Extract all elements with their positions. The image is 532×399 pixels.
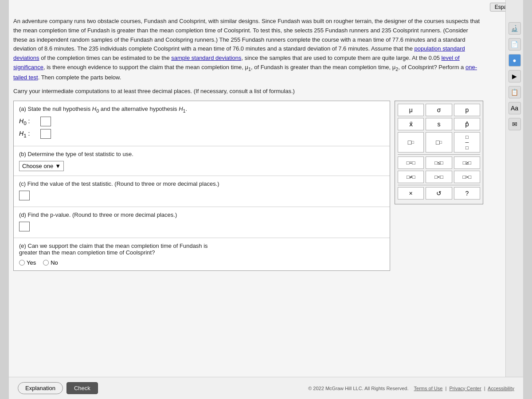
dropdown-arrow-icon: ▼ bbox=[55, 163, 61, 169]
alt-hyp-link[interactable]: alternative hypothesis H1 bbox=[121, 106, 186, 112]
decimal-places-link[interactable]: decimal places bbox=[153, 88, 191, 94]
no-option[interactable]: No bbox=[43, 259, 58, 266]
check-button[interactable]: Check bbox=[66, 382, 98, 394]
symbol-row-2: x̄ s p̂ bbox=[398, 118, 480, 130]
top-bar: Español bbox=[9, 0, 523, 12]
content-area: An adventure company runs two obstacle c… bbox=[9, 12, 505, 275]
symbol-leq[interactable]: □≤□ bbox=[426, 156, 452, 169]
choose-dropdown[interactable]: Choose one ▼ bbox=[19, 161, 64, 171]
yes-label: Yes bbox=[27, 259, 36, 266]
sidebar-icon-4[interactable]: ▶ bbox=[509, 70, 521, 82]
section-a-and: and the bbox=[99, 106, 121, 112]
footer-text: © 2022 McGraw Hill LLC. All Rights Reser… bbox=[308, 386, 514, 391]
h1-row: H1 : bbox=[19, 129, 384, 139]
symbol-help[interactable]: ? bbox=[454, 187, 480, 200]
carry-text: Carry your intermediate computations to … bbox=[13, 88, 483, 94]
h0-input[interactable] bbox=[40, 117, 51, 126]
symbol-row-4: □=□ □≤□ □≥□ bbox=[398, 156, 480, 169]
no-radio[interactable] bbox=[43, 260, 49, 266]
symbol-row-1: μ σ p bbox=[398, 104, 480, 116]
symbol-divider-2 bbox=[398, 185, 480, 185]
test-statistic-input[interactable] bbox=[19, 191, 30, 200]
symbol-divider-1 bbox=[398, 154, 480, 155]
symbol-phat[interactable]: p̂ bbox=[454, 118, 480, 130]
symbol-p[interactable]: p bbox=[454, 104, 480, 116]
sidebar-icon-3[interactable]: ● bbox=[509, 54, 521, 66]
section-e: (e) Can we support the claim that the me… bbox=[14, 238, 390, 270]
problem-text: An adventure company runs two obstacle c… bbox=[13, 17, 483, 82]
h1-input[interactable] bbox=[40, 129, 51, 139]
null-hyp-link[interactable]: null hypothesis H0 bbox=[52, 106, 99, 112]
test-stat-link[interactable]: test statistic bbox=[84, 151, 114, 157]
right-sidebar: 🔬 📄 ● ▶ 📋 Aa ✉ bbox=[505, 0, 523, 399]
symbol-xbar[interactable]: x̄ bbox=[398, 118, 424, 130]
accessibility-link[interactable]: Accessibility bbox=[488, 386, 514, 391]
no-label: No bbox=[51, 259, 58, 266]
dropdown-label: Choose one bbox=[22, 163, 53, 169]
symbol-row-3: □□ □□ □─□ bbox=[398, 132, 480, 153]
section-c: (c) Find the value of the test statistic… bbox=[14, 176, 390, 207]
yes-radio[interactable] bbox=[19, 260, 25, 266]
sidebar-icon-6[interactable]: Aa bbox=[509, 102, 521, 114]
sidebar-icon-5[interactable]: 📋 bbox=[509, 86, 521, 98]
section-d-title: (d) Find the p-value. (Round to three or… bbox=[19, 211, 384, 218]
section-a: (a) State the null hypothesis H0 and the… bbox=[14, 101, 390, 147]
symbol-clear[interactable]: × bbox=[398, 187, 424, 200]
sidebar-icon-2[interactable]: 📄 bbox=[509, 38, 521, 51]
symbol-neq[interactable]: □≠□ bbox=[398, 171, 424, 183]
sidebar-icon-1[interactable]: 🔬 bbox=[509, 22, 521, 35]
main-layout: (a) State the null hypothesis H0 and the… bbox=[13, 101, 483, 271]
pvalue-input[interactable] bbox=[19, 222, 30, 231]
symbol-panel: μ σ p x̄ s p̂ □□ □□ □─□ bbox=[395, 101, 483, 204]
symbol-sigma[interactable]: σ bbox=[426, 104, 452, 116]
symbol-fraction[interactable]: □─□ bbox=[454, 132, 480, 153]
section-a-title: (a) State the null hypothesis H0 and the… bbox=[19, 106, 384, 113]
sidebar-icon-7[interactable]: ✉ bbox=[509, 118, 521, 130]
section-b: (b) Determine the type of test statistic… bbox=[14, 146, 390, 176]
h0-label: H0 : bbox=[19, 117, 37, 126]
dropdown-container: Choose one ▼ bbox=[19, 161, 384, 171]
h0-row: H0 : bbox=[19, 117, 384, 126]
symbol-lt[interactable]: □<□ bbox=[426, 171, 452, 183]
symbol-mu[interactable]: μ bbox=[398, 104, 424, 116]
bottom-bar: Explanation Check © 2022 McGraw Hill LLC… bbox=[9, 377, 523, 399]
terms-link[interactable]: Terms of Use bbox=[414, 386, 443, 391]
symbol-row-5: □≠□ □<□ □>□ bbox=[398, 171, 480, 183]
symbol-row-actions: × ↺ ? bbox=[398, 187, 480, 200]
section-c-title: (c) Find the value of the test statistic… bbox=[19, 180, 384, 187]
symbol-geq[interactable]: □≥□ bbox=[454, 156, 480, 169]
formulas-link[interactable]: list of formulas bbox=[254, 88, 291, 94]
explanation-button[interactable]: Explanation bbox=[18, 382, 63, 394]
symbol-squared[interactable]: □□ bbox=[398, 132, 424, 153]
yes-no-group: Yes No bbox=[19, 259, 384, 266]
sample-std-link[interactable]: sample standard deviations bbox=[171, 55, 241, 61]
pvalue-link[interactable]: p-value bbox=[50, 211, 69, 218]
symbol-undo[interactable]: ↺ bbox=[426, 187, 452, 200]
section-b-title: (b) Determine the type of test statistic… bbox=[19, 151, 384, 157]
question-panel: (a) State the null hypothesis H0 and the… bbox=[13, 101, 390, 271]
section-e-title: (e) Can we support the claim that the me… bbox=[19, 243, 384, 256]
one-tailed-link[interactable]: one-tailed test bbox=[13, 64, 477, 81]
copyright-text: © 2022 McGraw Hill LLC. All Rights Reser… bbox=[308, 386, 408, 391]
symbol-subscript[interactable]: □□ bbox=[426, 132, 452, 153]
section-a-period: . bbox=[186, 106, 188, 112]
section-d: (d) Find the p-value. (Round to three or… bbox=[14, 207, 390, 238]
symbol-eq[interactable]: □=□ bbox=[398, 156, 424, 169]
h1-label: H1 : bbox=[19, 130, 37, 138]
section-a-label: (a) State the bbox=[19, 106, 52, 112]
symbol-s[interactable]: s bbox=[426, 118, 452, 130]
privacy-link[interactable]: Privacy Center bbox=[449, 386, 481, 391]
bottom-left: Explanation Check bbox=[18, 382, 98, 394]
symbol-gt[interactable]: □>□ bbox=[454, 171, 480, 183]
yes-option[interactable]: Yes bbox=[19, 259, 36, 266]
